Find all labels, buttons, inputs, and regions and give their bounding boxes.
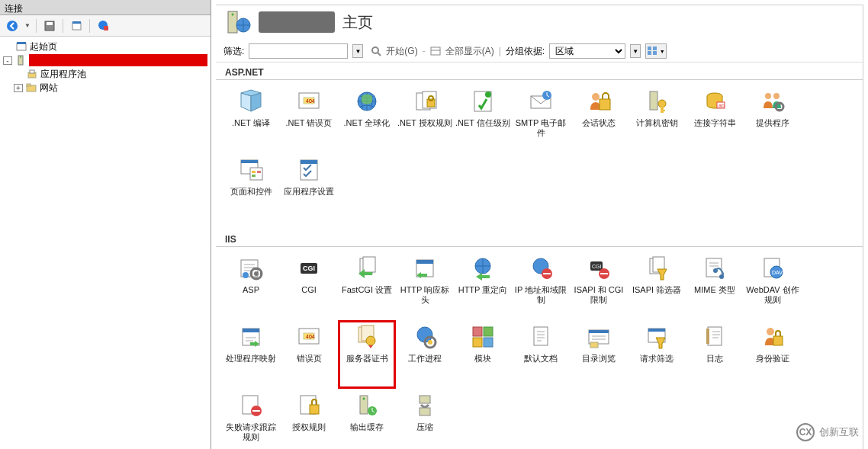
smtp-icon bbox=[527, 88, 555, 115]
page-title: 主页 bbox=[342, 12, 373, 33]
go-icon bbox=[371, 46, 381, 56]
feature-handler[interactable]: 处理程序映射 bbox=[222, 320, 280, 389]
feature-fastcgi[interactable]: FastCGI 设置 bbox=[338, 252, 396, 320]
svg-rect-119 bbox=[310, 405, 319, 414]
start-page-icon bbox=[15, 40, 27, 53]
svg-rect-43 bbox=[661, 110, 665, 111]
svg-rect-24 bbox=[648, 51, 651, 55]
feature-auth[interactable]: 身份验证 bbox=[744, 320, 802, 389]
svg-point-38 bbox=[592, 93, 600, 101]
feature-label: 日志 bbox=[706, 354, 723, 364]
feature-label: ISAPI 筛选器 bbox=[632, 285, 681, 295]
save-button[interactable] bbox=[41, 18, 58, 34]
expand-toggle[interactable]: + bbox=[14, 84, 23, 92]
svg-rect-103 bbox=[473, 338, 482, 347]
svg-rect-105 bbox=[534, 327, 548, 345]
feature-ip-domain[interactable]: IP 地址和域限制 bbox=[512, 252, 570, 320]
tree-label: 应用程序池 bbox=[40, 68, 86, 81]
default-doc-icon bbox=[527, 323, 555, 351]
connections-tree: 起始页 - 应用程序池 + bbox=[0, 37, 211, 98]
svg-rect-102 bbox=[484, 327, 493, 336]
svg-point-41 bbox=[658, 100, 666, 107]
filter-bar: 筛选: ▼ 开始(G) - 全部显示(A) | 分组依据: 区域 ▼ ▼ bbox=[216, 42, 863, 63]
collapse-toggle[interactable]: - bbox=[3, 56, 12, 65]
feature-providers[interactable]: 提供程序 bbox=[744, 85, 802, 153]
svg-rect-50 bbox=[778, 103, 781, 104]
filter-show-all[interactable]: 全部显示(A) bbox=[445, 45, 494, 58]
stop-button[interactable] bbox=[95, 18, 111, 34]
feature-net-error[interactable]: 404.NET 错误页 bbox=[280, 85, 338, 153]
feature-webdav[interactable]: DAVWebDAV 创作规则 bbox=[744, 252, 802, 320]
svg-point-47 bbox=[765, 93, 771, 99]
svg-point-85 bbox=[719, 274, 724, 279]
feature-server-cert[interactable]: 服务器证书 bbox=[338, 320, 396, 389]
filter-dropdown[interactable]: ▼ bbox=[352, 44, 363, 58]
back-dropdown[interactable]: ▼ bbox=[24, 18, 31, 34]
back-button[interactable] bbox=[4, 18, 21, 34]
watermark-text: 创新互联 bbox=[819, 425, 859, 439]
providers-icon bbox=[759, 88, 786, 115]
toolbar-separator bbox=[36, 19, 37, 33]
authz-icon bbox=[295, 392, 323, 419]
asp-icon bbox=[237, 255, 265, 282]
svg-rect-57 bbox=[257, 171, 261, 173]
feature-net-trust[interactable]: .NET 信任级别 bbox=[454, 85, 512, 153]
feature-logging[interactable]: 日志 bbox=[686, 320, 744, 389]
feature-label: 错误页 bbox=[297, 354, 322, 364]
toolbar-separator bbox=[63, 19, 63, 33]
filter-go[interactable]: 开始(G) bbox=[386, 45, 417, 58]
net-compile-icon bbox=[237, 88, 265, 115]
conn-str-icon: ab bbox=[701, 88, 728, 115]
view-mode-button[interactable]: ▼ bbox=[645, 43, 667, 59]
feature-authz[interactable]: 授权规则 bbox=[280, 389, 338, 449]
app-settings-icon bbox=[295, 156, 323, 184]
tree-sites[interactable]: + 网站 bbox=[2, 81, 209, 95]
feature-output-cache[interactable]: 输出缓存 bbox=[338, 389, 396, 449]
feature-isapi-cgi[interactable]: CGIISAPI 和 CGI 限制 bbox=[570, 252, 628, 320]
group-dropdown-extra[interactable]: ▼ bbox=[630, 44, 641, 58]
feature-mime[interactable]: MIME 类型 bbox=[686, 252, 744, 320]
feature-isapi-filter[interactable]: ISAPI 筛选器 bbox=[628, 252, 686, 320]
feature-net-auth[interactable]: .NET 授权规则 bbox=[396, 85, 454, 153]
feature-http-resp[interactable]: HTTP 响应标头 bbox=[396, 252, 454, 320]
feature-machine-key[interactable]: 计算机密钥 bbox=[628, 85, 686, 153]
feature-session[interactable]: 会话状态 bbox=[570, 85, 628, 153]
feature-smtp[interactable]: SMTP 电子邮件 bbox=[512, 85, 570, 153]
svg-rect-14 bbox=[27, 84, 31, 86]
svg-point-86 bbox=[713, 268, 718, 273]
filter-input[interactable] bbox=[249, 43, 348, 59]
feature-label: HTTP 重定向 bbox=[458, 285, 508, 295]
feature-worker[interactable]: 工作进程 bbox=[396, 320, 454, 389]
group-by-select[interactable]: 区域 bbox=[549, 43, 625, 59]
feature-pages-ctrl[interactable]: 页面和控件 bbox=[222, 153, 280, 222]
feature-cgi[interactable]: CGICGI bbox=[280, 252, 338, 320]
feature-failed-trace[interactable]: 失败请求跟踪规则 bbox=[222, 389, 280, 449]
feature-http-redir[interactable]: HTTP 重定向 bbox=[454, 252, 512, 320]
feature-dir-browse[interactable]: 目录浏览 bbox=[570, 320, 628, 389]
feature-app-settings[interactable]: 应用程序设置 bbox=[280, 153, 338, 222]
tree-start-page[interactable]: 起始页 bbox=[2, 40, 209, 53]
svg-rect-117 bbox=[252, 410, 260, 412]
tree-server-node[interactable]: - bbox=[2, 53, 209, 67]
feature-default-doc[interactable]: 默认文档 bbox=[512, 320, 570, 389]
feature-compress[interactable]: 压缩 bbox=[396, 389, 454, 449]
feature-error-page[interactable]: 404错误页 bbox=[280, 320, 338, 389]
tree-app-pools[interactable]: 应用程序池 bbox=[2, 67, 209, 81]
svg-rect-112 bbox=[706, 329, 709, 344]
svg-point-16 bbox=[232, 14, 234, 16]
feature-label: 工作进程 bbox=[408, 354, 442, 364]
feature-asp[interactable]: ASP bbox=[222, 252, 280, 320]
refresh-button[interactable] bbox=[68, 18, 85, 34]
feature-net-global[interactable]: .NET 全球化 bbox=[338, 85, 396, 153]
feature-label: 授权规则 bbox=[292, 422, 326, 432]
connections-toolbar: ▼ bbox=[0, 15, 211, 37]
feature-label: SMTP 电子邮件 bbox=[513, 118, 568, 138]
svg-rect-71 bbox=[363, 257, 375, 272]
feature-net-compile[interactable]: .NET 编译 bbox=[222, 85, 280, 153]
svg-text:CGI: CGI bbox=[592, 264, 602, 269]
feature-conn-str[interactable]: ab连接字符串 bbox=[686, 85, 744, 153]
feature-label: .NET 编译 bbox=[232, 118, 270, 128]
feature-modules[interactable]: 模块 bbox=[454, 320, 512, 389]
feature-label: 模块 bbox=[474, 354, 491, 364]
feature-req-filter[interactable]: 请求筛选 bbox=[628, 320, 686, 389]
